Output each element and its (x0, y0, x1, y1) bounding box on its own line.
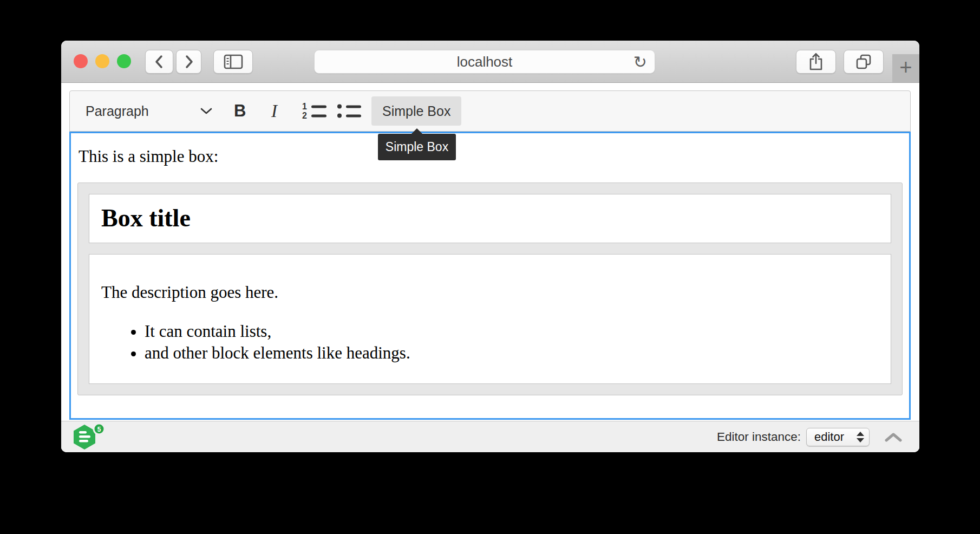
list-item: It can contain lists, (145, 321, 879, 342)
tooltip-text: Simple Box (386, 140, 448, 154)
show-tabs-button[interactable] (844, 50, 884, 74)
tabs-icon (855, 54, 872, 70)
select-arrows-icon (857, 432, 864, 442)
url-text: localhost (457, 54, 513, 70)
numbered-list-button[interactable]: 1 2 (302, 105, 326, 118)
new-tab-button[interactable]: + (892, 54, 919, 82)
simple-box-description-field[interactable]: The description goes here. It can contai… (89, 254, 891, 385)
bold-button[interactable]: B (234, 101, 246, 121)
simple-box-button[interactable]: Simple Box (371, 96, 461, 126)
share-icon (808, 53, 824, 71)
inspector-expand-button[interactable] (885, 432, 902, 442)
editor-instance-select[interactable]: editor (806, 428, 870, 446)
numbered-list-icon: 1 (302, 105, 308, 109)
web-page: Paragraph B I 1 2 (61, 83, 919, 452)
browser-toolbar: localhost ↻ + (61, 41, 919, 83)
chevron-down-icon[interactable] (200, 107, 213, 115)
italic-button[interactable]: I (271, 101, 277, 121)
sidebar-toggle-button[interactable] (213, 50, 253, 74)
chevron-right-icon (184, 54, 194, 69)
share-button[interactable] (796, 50, 836, 74)
list-item: and other block elements like headings. (145, 342, 879, 364)
refresh-icon[interactable]: ↻ (633, 53, 647, 71)
browser-window: localhost ↻ + Paragraph (61, 41, 919, 452)
ckeditor-inspector-logo[interactable]: 5 (72, 423, 107, 451)
simple-box-widget[interactable]: Box title The description goes here. It … (77, 183, 903, 395)
bulleted-list-icon (337, 105, 342, 109)
sidebar-icon (224, 54, 243, 69)
address-bar[interactable]: localhost ↻ (314, 50, 655, 74)
box-description-list: It can contain lists, and other block el… (101, 321, 879, 364)
back-button[interactable] (145, 50, 173, 74)
paragraph-dropdown[interactable]: Paragraph (86, 103, 149, 119)
traffic-lights (74, 54, 131, 68)
editor-content-area[interactable]: This is a simple box: Box title The desc… (69, 132, 911, 420)
plus-icon: + (899, 56, 912, 78)
chevron-up-icon (885, 432, 902, 442)
forward-button[interactable] (176, 50, 201, 74)
bulleted-list-button[interactable] (336, 105, 361, 118)
box-title-text: Box title (101, 204, 879, 233)
intro-paragraph: This is a simple box: (79, 147, 903, 166)
simple-box-tooltip: Simple Box (378, 134, 456, 160)
close-window-button[interactable] (74, 54, 88, 68)
box-description-text: The description goes here. (101, 283, 879, 302)
selected-instance: editor (814, 430, 844, 444)
minimize-window-button[interactable] (95, 54, 109, 68)
simple-box-button-label: Simple Box (382, 103, 450, 119)
editor-instance-label: Editor instance: (717, 430, 801, 444)
inspector-badge: 5 (97, 426, 101, 433)
zoom-window-button[interactable] (117, 54, 131, 68)
chevron-left-icon (154, 54, 164, 69)
simple-box-title-field[interactable]: Box title (89, 194, 891, 243)
inspector-bar: 5 Editor instance: editor (61, 421, 919, 452)
editor-toolbar: Paragraph B I 1 2 (69, 90, 911, 132)
